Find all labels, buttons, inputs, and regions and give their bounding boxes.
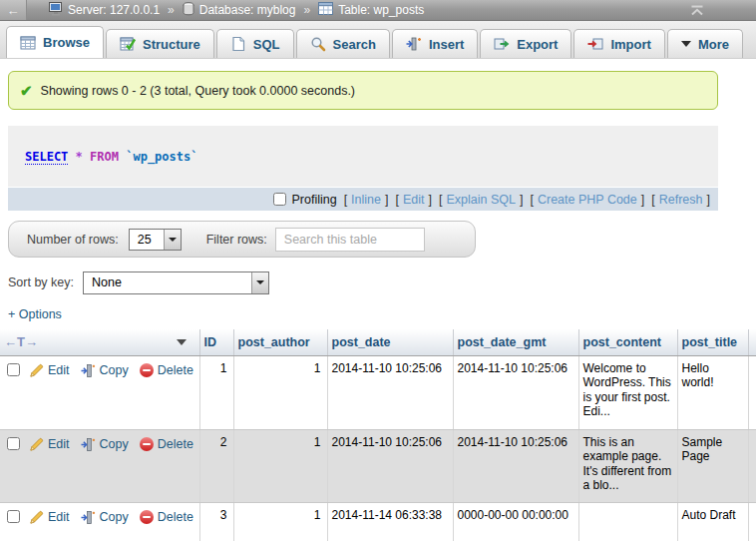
tab-browse[interactable]: Browse (6, 26, 104, 58)
create-php-code-link[interactable]: Create PHP Code (538, 193, 637, 207)
number-of-rows-label: Number of rows: (27, 233, 119, 247)
server-breadcrumb-bar: ← Server: 127.0.0.1 » Database: myblog »… (0, 0, 756, 21)
inline-link[interactable]: Inline (351, 193, 381, 207)
options-toggle-link[interactable]: + Options (8, 307, 62, 321)
column-header-post-author[interactable]: post_author (233, 329, 327, 355)
cut-off-cell (748, 355, 756, 429)
breadcrumb: Server: 127.0.0.1 » Database: myblog » T… (49, 2, 424, 19)
delete-row-link[interactable]: Delete (140, 363, 193, 378)
tab-label: Insert (429, 37, 464, 52)
cell-post-author: 1 (233, 355, 327, 429)
column-header-post-date[interactable]: post_date (327, 329, 453, 355)
tab-label: Browse (43, 35, 90, 50)
column-header-post-date-gmt[interactable]: post_date_gmt (453, 329, 578, 355)
sql-query-box: SELECT * FROM `wp_posts` (8, 126, 718, 187)
table-header-row: ←T→ ID post_author post_date post_date_g… (0, 329, 756, 355)
cell-post-title: Auto Draft (677, 502, 748, 541)
structure-icon (120, 36, 136, 52)
select-arrow-icon (251, 272, 268, 293)
row-checkbox[interactable] (7, 437, 20, 450)
copy-icon (81, 437, 96, 452)
delete-icon (140, 510, 154, 524)
import-icon (587, 36, 603, 52)
column-marker-icon[interactable]: ←T→ (4, 334, 38, 349)
sql-keyword-select[interactable]: SELECT (25, 150, 68, 165)
bracket: ] (520, 193, 523, 207)
row-actions-cell: EditCopyDelete (0, 502, 199, 541)
tab-export[interactable]: Export (480, 29, 571, 58)
tab-insert[interactable]: Insert (392, 29, 478, 58)
filter-rows-input[interactable] (275, 228, 425, 252)
breadcrumb-table[interactable]: Table: wp_posts (318, 2, 424, 18)
pencil-icon (29, 363, 44, 378)
breadcrumb-server-label: Server: 127.0.0.1 (68, 3, 160, 17)
delete-icon (140, 437, 154, 451)
copy-row-link[interactable]: Copy (81, 437, 129, 452)
sql-star: * (76, 150, 83, 164)
breadcrumb-separator: » (303, 3, 310, 17)
tab-sql[interactable]: SQL (216, 29, 294, 58)
profiling-checkbox[interactable] (273, 193, 286, 206)
explain-sql-link[interactable]: Explain SQL (446, 193, 515, 207)
cell-id: 2 (199, 429, 233, 502)
sql-table-name: `wp_posts` (126, 150, 197, 164)
sort-controls: Sort by key: None (8, 270, 756, 294)
browse-icon (20, 35, 36, 51)
number-of-rows-select[interactable]: 25 (129, 229, 182, 251)
copy-row-link[interactable]: Copy (81, 363, 129, 378)
tab-search[interactable]: Search (296, 29, 390, 58)
link-group: [Explain SQL] (439, 193, 523, 207)
link-group: [Create PHP Code] (530, 193, 644, 207)
delete-row-link[interactable]: Delete (140, 437, 193, 452)
table-row: EditCopyDelete 1 1 2014-11-10 10:25:06 2… (0, 355, 756, 429)
link-group: [Edit] (395, 193, 432, 207)
cell-post-author: 1 (233, 429, 327, 502)
breadcrumb-server[interactable]: Server: 127.0.0.1 (49, 2, 160, 19)
filter-rows-label: Filter rows: (206, 233, 267, 247)
sort-by-key-value: None (84, 272, 251, 293)
tab-more[interactable]: More (667, 29, 743, 58)
cell-post-date-gmt: 2014-11-10 10:25:06 (453, 429, 578, 502)
row-controls-bar: Number of rows: 25 Filter rows: (8, 221, 476, 258)
edit-query-link[interactable]: Edit (403, 193, 425, 207)
column-header-post-content[interactable]: post_content (578, 329, 677, 355)
success-check-icon: ✔ (20, 82, 33, 100)
sort-by-key-select[interactable]: None (83, 271, 269, 294)
refresh-link[interactable]: Refresh (659, 193, 703, 207)
tab-label: More (698, 37, 729, 52)
edit-row-link[interactable]: Edit (29, 510, 70, 525)
link-group: [Refresh] (651, 193, 710, 207)
pencil-icon (29, 437, 44, 452)
edit-row-link[interactable]: Edit (29, 437, 70, 452)
sort-by-key-label: Sort by key: (8, 275, 74, 289)
column-header-id[interactable]: ID (199, 329, 233, 355)
actions-column-header: ←T→ (0, 329, 199, 355)
breadcrumb-table-label: Table: wp_posts (338, 3, 424, 17)
delete-label: Delete (158, 363, 193, 378)
table-row: EditCopyDelete 2 1 2014-11-10 10:25:06 2… (0, 429, 756, 502)
profiling-checkbox-label[interactable]: Profiling (273, 193, 336, 207)
delete-row-link[interactable]: Delete (140, 510, 193, 525)
bracket: ] (385, 193, 388, 207)
collapse-topbar-icon[interactable] (690, 5, 704, 16)
cell-post-content: Welcome to WordPress. This is your first… (578, 355, 677, 429)
tab-import[interactable]: Import (573, 29, 664, 58)
back-arrow-button[interactable]: ← (0, 0, 27, 20)
sort-descending-icon[interactable] (177, 339, 187, 345)
sql-toolbar: Profiling [Inline] [Edit] [Explain SQL] … (8, 188, 718, 211)
delete-label: Delete (158, 437, 193, 452)
breadcrumb-database[interactable]: Database: myblog (183, 2, 296, 19)
row-checkbox[interactable] (7, 363, 20, 376)
chevron-down-icon (681, 41, 691, 47)
edit-row-link[interactable]: Edit (29, 363, 70, 378)
tab-structure[interactable]: Structure (106, 29, 214, 58)
row-actions-cell: EditCopyDelete (0, 355, 199, 429)
cell-post-date-gmt: 0000-00-00 00:00:00 (453, 502, 578, 541)
cell-post-date: 2014-11-14 06:33:38 (327, 502, 453, 541)
bracket: ] (429, 193, 432, 207)
row-checkbox[interactable] (7, 510, 20, 523)
export-icon (494, 36, 510, 52)
tab-label: Import (610, 37, 650, 52)
column-header-post-title[interactable]: post_title (677, 329, 748, 355)
copy-row-link[interactable]: Copy (81, 510, 129, 525)
